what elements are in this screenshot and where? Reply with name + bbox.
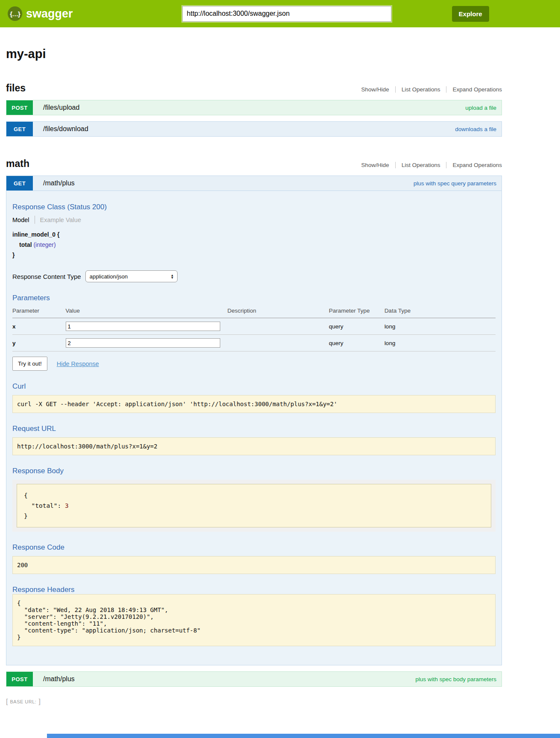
- parameter-name: y: [12, 335, 66, 351]
- selected-content-type: application/json: [90, 273, 128, 280]
- method-badge-get[interactable]: GET: [6, 176, 33, 190]
- tab-example-value[interactable]: Example Value: [40, 217, 81, 223]
- files-section-links: Show/Hide List Operations Expand Operati…: [361, 86, 502, 94]
- operation-summary-link[interactable]: plus with spec body parameters: [415, 672, 496, 686]
- operation-detail-panel: Response Class (Status 200) Model Exampl…: [6, 191, 502, 665]
- request-url-heading: Request URL: [12, 425, 496, 433]
- method-badge-get[interactable]: GET: [6, 122, 33, 136]
- operation-summary-link[interactable]: downloads a file: [455, 122, 496, 136]
- parameter-row-y: y query long: [12, 335, 496, 351]
- swagger-logo-text: swagger: [26, 7, 73, 20]
- response-body-json: { "total": 3 }: [17, 484, 491, 527]
- math-section-links: Show/Hide List Operations Expand Operati…: [361, 162, 502, 170]
- parameter-description: [228, 335, 329, 351]
- parameter-x-input[interactable]: [66, 322, 220, 331]
- bracket-close: ]: [38, 698, 40, 706]
- divider: [395, 86, 396, 93]
- curl-command-block: curl -X GET --header 'Accept: applicatio…: [12, 395, 496, 413]
- method-badge-post[interactable]: POST: [6, 100, 33, 115]
- parameter-type: query: [329, 335, 384, 351]
- operation-path[interactable]: /files/download: [43, 122, 88, 136]
- swagger-logo[interactable]: {…} swagger: [8, 6, 73, 21]
- divider: [395, 162, 396, 168]
- bracket-open: [: [6, 698, 8, 706]
- parameters-table: Parameter Value Description Parameter Ty…: [12, 305, 496, 351]
- response-headers-block: { "date": "Wed, 22 Aug 2018 18:49:13 GMT…: [12, 594, 496, 646]
- response-body-container: { "total": 3 }: [12, 480, 496, 532]
- base-url-footer: [ BASE URL: ]: [6, 698, 560, 706]
- response-code-block: 200: [12, 556, 496, 574]
- operation-get-files-download: GET /files/download downloads a file: [6, 121, 502, 137]
- response-code-heading: Response Code: [12, 543, 496, 552]
- tab-model[interactable]: Model: [12, 217, 29, 223]
- response-class-heading: Response Class (Status 200): [12, 203, 496, 211]
- page-title: my-api: [6, 47, 502, 61]
- parameter-name: x: [12, 318, 66, 335]
- parameter-description: [228, 318, 329, 335]
- files-list-operations-link[interactable]: List Operations: [402, 86, 440, 93]
- hide-response-link[interactable]: Hide Response: [57, 360, 99, 367]
- operation-get-math-plus: GET /math/plus plus with spec query para…: [6, 176, 502, 665]
- model-signature: inline_model_0 { total (integer) }: [12, 231, 496, 258]
- method-badge-post[interactable]: POST: [6, 672, 33, 686]
- operation-summary-link[interactable]: plus with spec query parameters: [414, 176, 496, 190]
- json-number-value: 3: [65, 502, 69, 509]
- select-caret-icon: ▴▾: [163, 274, 173, 279]
- math-list-operations-link[interactable]: List Operations: [402, 162, 440, 168]
- files-expand-operations-link[interactable]: Expand Operations: [452, 86, 502, 93]
- operation-row[interactable]: POST /files/upload upload a file: [6, 100, 502, 115]
- explore-button[interactable]: Explore: [452, 6, 489, 22]
- section-title-files[interactable]: files: [6, 82, 26, 94]
- column-header-parameter: Parameter: [12, 305, 66, 318]
- model-tabs: Model Example Value: [12, 216, 496, 224]
- try-it-out-button[interactable]: Try it out!: [12, 357, 47, 371]
- column-header-description: Description: [228, 305, 329, 318]
- section-files: files Show/Hide List Operations Expand O…: [6, 82, 502, 137]
- operation-row[interactable]: GET /files/download downloads a file: [6, 121, 502, 137]
- model-prop-name: total: [19, 241, 32, 248]
- swagger-logo-icon: {…}: [8, 6, 22, 21]
- operation-row[interactable]: GET /math/plus plus with spec query para…: [6, 176, 502, 191]
- model-prop-type: (integer): [33, 241, 55, 248]
- parameter-data-type: long: [385, 318, 496, 335]
- divider: [35, 216, 35, 224]
- main-content: my-api files Show/Hide List Operations E…: [6, 47, 502, 687]
- operation-path[interactable]: /math/plus: [43, 672, 75, 686]
- operation-path[interactable]: /files/upload: [43, 100, 79, 115]
- section-math: math Show/Hide List Operations Expand Op…: [6, 158, 502, 687]
- column-header-value: Value: [66, 305, 228, 318]
- parameter-row-x: x query long: [12, 318, 496, 335]
- response-body-heading: Response Body: [12, 467, 496, 475]
- response-content-type-select[interactable]: application/json ▴▾: [85, 270, 178, 282]
- operation-summary-link[interactable]: upload a file: [465, 100, 496, 115]
- operation-post-math-plus: POST /math/plus plus with spec body para…: [6, 671, 502, 687]
- header-bar: {…} swagger Explore: [0, 0, 560, 27]
- math-show-hide-link[interactable]: Show/Hide: [361, 162, 389, 168]
- operation-post-files-upload: POST /files/upload upload a file: [6, 100, 502, 115]
- operation-row[interactable]: POST /math/plus plus with spec body para…: [6, 671, 502, 687]
- base-url-label: BASE URL:: [10, 699, 36, 704]
- column-header-data-type: Data Type: [385, 305, 496, 318]
- parameter-data-type: long: [385, 335, 496, 351]
- model-close-brace: }: [12, 252, 496, 258]
- parameters-heading: Parameters: [12, 294, 496, 302]
- section-title-math[interactable]: math: [6, 158, 29, 170]
- operation-path[interactable]: /math/plus: [43, 176, 75, 190]
- response-content-type-label: Response Content Type: [12, 273, 81, 280]
- divider: [446, 86, 446, 93]
- api-url-input[interactable]: [182, 6, 391, 22]
- column-header-parameter-type: Parameter Type: [329, 305, 384, 318]
- curl-heading: Curl: [12, 382, 496, 391]
- model-name: inline_model_0 {: [12, 231, 496, 238]
- parameter-type: query: [329, 318, 384, 335]
- divider: [446, 162, 446, 168]
- request-url-block: http://localhost:3000/math/plus?x=1&y=2: [12, 437, 496, 455]
- math-expand-operations-link[interactable]: Expand Operations: [452, 162, 502, 168]
- response-headers-heading: Response Headers: [12, 586, 496, 594]
- bottom-blue-bar: [47, 734, 560, 738]
- parameter-y-input[interactable]: [66, 338, 220, 348]
- files-show-hide-link[interactable]: Show/Hide: [361, 86, 389, 93]
